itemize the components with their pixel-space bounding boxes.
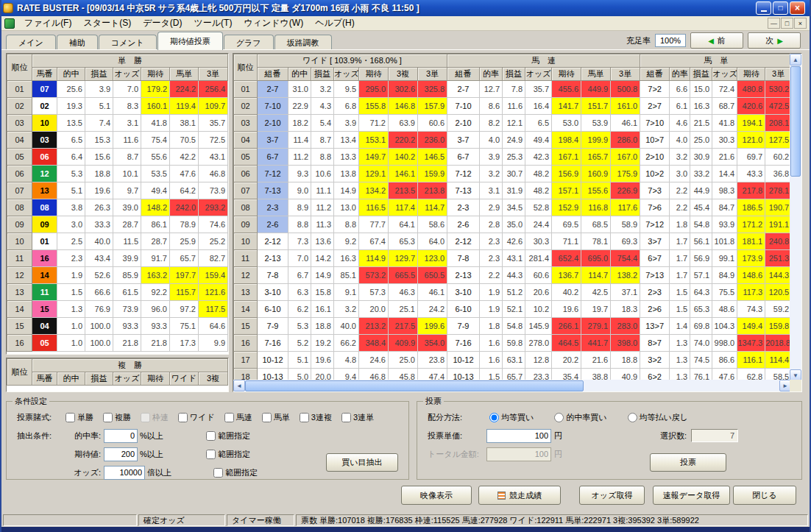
tab-comment[interactable]: コメント — [99, 35, 157, 50]
combo-cell[interactable]: 3>7 — [640, 233, 670, 250]
vertical-scroll-thumb[interactable] — [790, 66, 801, 177]
tab-graph[interactable]: グラフ — [224, 35, 274, 50]
bettype-umatan[interactable]: 馬単 — [262, 412, 290, 423]
odds-fetch-button[interactable]: オッズ取得 — [579, 486, 645, 505]
combo-table-row[interactable]: 056-711.28.813.3149.7140.2146.56-73.925.… — [234, 149, 792, 166]
win-table-row[interactable]: 12141.952.685.9163.2197.7159.4 — [7, 267, 228, 284]
combo-cell[interactable]: 2-13 — [258, 250, 288, 267]
combo-cell[interactable]: 7-16 — [258, 335, 288, 352]
mdi-minimize-button[interactable]: — — [768, 18, 780, 29]
bettype-fukusho[interactable]: 複勝 — [103, 412, 131, 423]
alloc-equal-radio[interactable] — [489, 413, 499, 422]
bettype-sanrenpuku[interactable]: 3連複 — [300, 412, 332, 423]
hit-rate-range-checkbox[interactable] — [206, 431, 216, 441]
horizontal-scroll-thumb[interactable] — [245, 380, 584, 391]
alloc-equal-payout-radio[interactable] — [628, 413, 637, 422]
combo-cell[interactable]: 2-10 — [258, 115, 288, 132]
combo-cell[interactable]: 2-7 — [258, 81, 288, 98]
win-table-row[interactable]: 11162.343.439.991.765.782.7 — [7, 250, 228, 267]
combo-cell[interactable]: 7>2 — [640, 81, 670, 98]
bettype-umatan-checkbox[interactable] — [262, 413, 272, 422]
combo-cell[interactable]: 7-13 — [258, 182, 288, 199]
win-table-row[interactable]: 10012.540.011.528.725.925.2 — [7, 233, 228, 250]
tab-expected-value-voting[interactable]: 期待値投票 — [157, 32, 223, 50]
menu-start[interactable]: スタート(S) — [77, 15, 137, 31]
odds-input[interactable] — [104, 466, 145, 480]
combo-cell[interactable]: 7-16 — [447, 335, 480, 352]
combo-cell[interactable]: 2-6 — [258, 216, 288, 233]
combo-cell[interactable]: 6-10 — [447, 301, 480, 318]
combo-table-row[interactable]: 043-711.48.713.4153.1220.2236.03-74.024.… — [234, 132, 792, 149]
combo-cell[interactable]: 7>12 — [640, 216, 670, 233]
flash-data-fetch-button[interactable]: 速報データ取得 — [653, 486, 730, 505]
win-table-row[interactable]: 010725.63.97.0179.2224.2256.4 — [7, 81, 228, 98]
combo-cell[interactable]: 3-7 — [447, 132, 480, 149]
combo-table-row[interactable]: 112-137.014.216.3114.9129.7123.07-82.343… — [234, 250, 792, 267]
combo-table-row[interactable]: 012-731.03.29.5295.0302.6325.82-712.77.8… — [234, 81, 792, 98]
combo-table-row[interactable]: 102-127.313.69.267.465.364.02-122.342.63… — [234, 233, 792, 250]
bettype-tansho-checkbox[interactable] — [65, 413, 75, 422]
combo-cell[interactable]: 6-7 — [258, 149, 288, 166]
bettype-sanrentan-checkbox[interactable] — [341, 413, 351, 422]
combo-cell[interactable]: 2>7 — [640, 98, 670, 115]
combo-cell[interactable]: 7-8 — [447, 250, 480, 267]
combo-table-row[interactable]: 077-139.011.114.9134.2213.5213.87-133.13… — [234, 182, 792, 199]
close-button[interactable]: × — [790, 1, 805, 15]
combo-table-row[interactable]: 146-106.216.13.220.025.124.26-101.952.11… — [234, 301, 792, 318]
bettype-wide[interactable]: ワイド — [178, 412, 215, 423]
restore-button[interactable]: □ — [773, 1, 788, 15]
combo-table-row[interactable]: 032-1018.25.43.971.263.960.62-108.212.16… — [234, 115, 792, 132]
win-table-row[interactable]: 06125.318.810.153.547.646.8 — [7, 166, 228, 182]
alloc-hitrate[interactable]: 的中率買い — [554, 412, 606, 423]
combo-cell[interactable]: 2-3 — [447, 199, 480, 216]
combo-table-row[interactable]: 082-38.911.213.0116.5117.4114.72-32.934.… — [234, 199, 792, 216]
bettype-sanrentan[interactable]: 3連単 — [341, 412, 374, 423]
scroll-left-button[interactable]: ◄ — [233, 380, 245, 391]
odds-range-option[interactable]: 範囲指定 — [213, 467, 258, 478]
win-table-row[interactable]: 031013.57.43.141.838.135.7 — [7, 115, 228, 132]
combo-cell[interactable]: 3-10 — [447, 284, 480, 301]
next-race-button[interactable]: 次▶ — [748, 32, 801, 49]
bettype-tansho[interactable]: 単勝 — [65, 412, 93, 423]
combo-cell[interactable]: 7>13 — [640, 267, 670, 284]
combo-table-row[interactable]: 027-1022.94.36.8155.8146.8157.97-108.611… — [234, 98, 792, 115]
menu-data[interactable]: データ(D) — [137, 15, 188, 31]
win-table-row[interactable]: 07135.119.69.749.464.273.9 — [7, 182, 228, 199]
combo-table-row[interactable]: 067-129.310.613.8129.1146.1159.97-123.23… — [234, 166, 792, 182]
expected-value-input[interactable] — [104, 447, 138, 461]
menu-window[interactable]: ウィンドウ(W) — [238, 15, 309, 31]
tab-auxiliary[interactable]: 補助 — [57, 35, 98, 50]
video-display-button[interactable]: 映像表示 — [401, 486, 472, 505]
combo-cell[interactable]: 7-9 — [447, 318, 480, 335]
tab-main[interactable]: メイン — [6, 35, 56, 50]
horizontal-scrollbar[interactable]: ◄ ► — [233, 380, 791, 391]
race-results-button[interactable]: 競走成績 — [478, 486, 561, 505]
combo-cell[interactable]: 8>7 — [640, 335, 670, 352]
menu-tools[interactable]: ツール(T) — [188, 15, 238, 31]
combo-cell[interactable]: 2-10 — [447, 115, 480, 132]
alloc-hitrate-radio[interactable] — [554, 413, 564, 422]
combo-cell[interactable]: 3-7 — [258, 132, 288, 149]
win-table-row[interactable]: 16051.0100.021.821.817.39.9 — [7, 335, 228, 352]
combo-cell[interactable]: 7>6 — [640, 199, 670, 216]
vote-button[interactable]: 投票 — [650, 453, 726, 472]
combo-cell[interactable]: 2-3 — [258, 199, 288, 216]
combo-cell[interactable]: 2>10 — [640, 149, 670, 166]
extract-bets-button[interactable]: 買い目抽出 — [326, 453, 398, 472]
close-window-button[interactable]: 閉じる — [733, 486, 796, 505]
win-table-row[interactable]: 04036.515.311.675.470.572.5 — [7, 132, 228, 149]
minimize-button[interactable] — [756, 1, 771, 15]
unit-price-input[interactable] — [486, 429, 551, 443]
expected-value-range-checkbox[interactable] — [206, 450, 216, 459]
combo-cell[interactable]: 7>10 — [640, 115, 670, 132]
combo-cell[interactable]: 2-7 — [447, 81, 480, 98]
combo-cell[interactable]: 7-10 — [258, 98, 288, 115]
alloc-equal[interactable]: 均等買い — [489, 412, 534, 423]
combo-cell[interactable]: 7-13 — [447, 182, 480, 199]
combo-cell[interactable]: 6>7 — [640, 250, 670, 267]
odds-range-checkbox[interactable] — [213, 468, 223, 478]
bettype-fukusho-checkbox[interactable] — [103, 413, 113, 422]
vertical-scrollbar[interactable]: ▲ ▼ — [790, 54, 801, 381]
win-table-row[interactable]: 14151.376.973.996.097.2117.5 — [7, 301, 228, 318]
combo-table-row[interactable]: 1710-125.119.64.824.625.023.810-121.663.… — [234, 352, 792, 369]
